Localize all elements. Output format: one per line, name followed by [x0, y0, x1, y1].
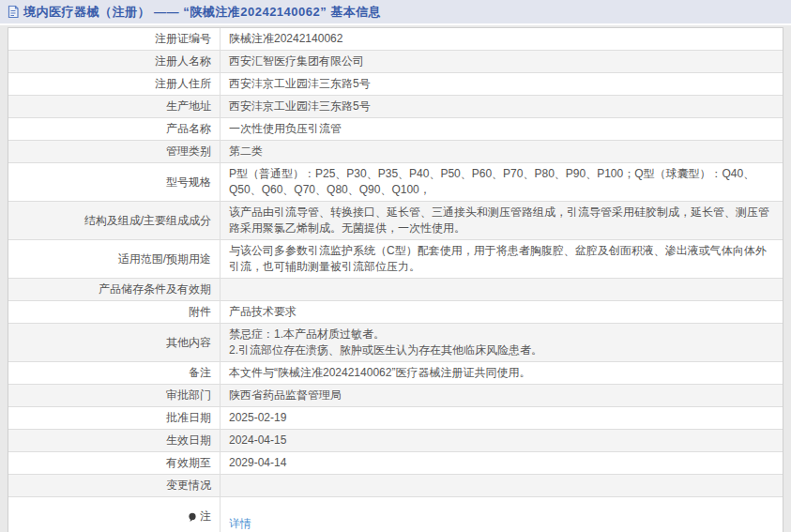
row-label: 生效日期	[8, 430, 221, 451]
row-label: 变更情况	[8, 475, 221, 496]
table-row-note: 注 详情	[8, 497, 783, 532]
table-row-storage-validity: 产品储存条件及有效期	[8, 279, 783, 301]
row-label: 附件	[8, 301, 221, 323]
table-row-intended-use: 适用范围/预期用途 与该公司多参数引流监护系统（C型）配套使用，用于将患者胸腹腔…	[8, 240, 783, 279]
page-header: 境内医疗器械（注册） —— “陕械注准20242140062” 基本信息	[0, 0, 791, 25]
table-row-attachment: 附件 产品技术要求	[8, 301, 783, 324]
row-value: 西安沣京工业园沣三东路5号	[221, 73, 783, 95]
row-value: 禁忌症：1.本产品材质过敏者。 2.引流部位存在溃疡、脓肿或医生认为存在其他临床…	[221, 324, 783, 361]
row-label: 生产地址	[8, 96, 221, 117]
row-value: 该产品由引流导管、转换接口、延长管、三通接头和测压管路组成，引流导管采用硅胶制成…	[221, 202, 783, 239]
row-value: P型（普通型）：P25、P30、P35、P40、P50、P60、P70、P80、…	[221, 163, 783, 201]
row-value: 2025-02-19	[221, 407, 783, 429]
table-row-registration-number: 注册证编号 陕械注准20242140062	[8, 28, 783, 51]
row-value	[221, 475, 783, 496]
row-label: 备注	[8, 362, 221, 384]
row-value: 2024-04-15	[221, 430, 783, 451]
row-label: 产品名称	[8, 118, 221, 140]
row-value: 西安沣京工业园沣三东路5号	[221, 96, 783, 117]
row-value: 一次性使用负压引流管	[221, 118, 783, 140]
row-value: 陕械注准20242140062	[221, 28, 783, 50]
table-row-registrant-address: 注册人住所 西安沣京工业园沣三东路5号	[8, 73, 783, 96]
table-row-structure-composition: 结构及组成/主要组成成分 该产品由引流导管、转换接口、延长管、三通接头和测压管路…	[8, 202, 783, 240]
page-title: 境内医疗器械（注册） —— “陕械注准20242140062” 基本信息	[23, 4, 381, 21]
row-label: 注	[8, 497, 221, 532]
device-info-table: 注册证编号 陕械注准20242140062 注册人名称 西安汇智医疗集团有限公司…	[8, 27, 783, 532]
table-row-expiry-date: 有效期至 2029-04-14	[8, 452, 783, 475]
row-value: 本文件与“陕械注准20242140062”医疗器械注册证共同使用。	[221, 362, 783, 384]
row-label: 注册人名称	[8, 51, 221, 72]
table-row-remarks: 备注 本文件与“陕械注准20242140062”医疗器械注册证共同使用。	[8, 362, 783, 385]
row-label: 适用范围/预期用途	[8, 240, 221, 278]
row-value: 2029-04-14	[221, 452, 783, 474]
table-row-approval-date: 批准日期 2025-02-19	[8, 407, 783, 430]
table-row-model-spec: 型号规格 P型（普通型）：P25、P30、P35、P40、P50、P60、P70…	[8, 163, 783, 202]
row-label: 产品储存条件及有效期	[8, 279, 221, 300]
document-icon	[7, 5, 20, 19]
row-value: 第二类	[221, 141, 783, 162]
table-row-management-class: 管理类别 第二类	[8, 141, 783, 163]
row-label: 注册证编号	[8, 28, 221, 50]
row-value: 产品技术要求	[221, 301, 783, 323]
row-value: 西安汇智医疗集团有限公司	[221, 51, 783, 72]
table-row-registrant-name: 注册人名称 西安汇智医疗集团有限公司	[8, 51, 783, 73]
row-label: 型号规格	[8, 163, 221, 201]
table-row-approval-department: 审批部门 陕西省药品监督管理局	[8, 385, 783, 407]
row-value: 陕西省药品监督管理局	[221, 385, 783, 406]
row-label: 注册人住所	[8, 73, 221, 95]
row-label: 审批部门	[8, 385, 221, 406]
row-value: 详情	[221, 497, 783, 532]
row-label: 其他内容	[8, 324, 221, 361]
row-label: 有效期至	[8, 452, 221, 474]
row-label: 管理类别	[8, 141, 221, 162]
table-row-other-content: 其他内容 禁忌症：1.本产品材质过敏者。 2.引流部位存在溃疡、脓肿或医生认为存…	[8, 324, 783, 362]
table-row-effective-date: 生效日期 2024-04-15	[8, 430, 783, 452]
details-link[interactable]: 详情	[229, 517, 251, 530]
table-row-change-status: 变更情况	[8, 475, 783, 497]
row-value	[221, 279, 783, 300]
table-row-product-name: 产品名称 一次性使用负压引流管	[8, 118, 783, 141]
row-label: 结构及组成/主要组成成分	[8, 202, 221, 239]
row-value: 与该公司多参数引流监护系统（C型）配套使用，用于将患者胸腹腔、盆腔及创面积液、渗…	[221, 240, 783, 278]
row-label: 批准日期	[8, 407, 221, 429]
comment-icon	[188, 512, 197, 523]
row-label-text: 注	[200, 509, 211, 524]
table-row-production-address: 生产地址 西安沣京工业园沣三东路5号	[8, 96, 783, 118]
